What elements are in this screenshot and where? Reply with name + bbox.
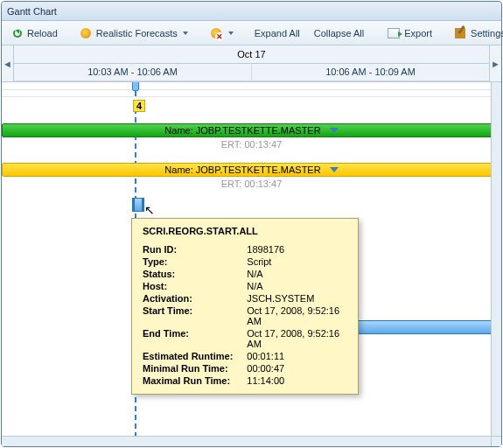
settings-label: Settings: [471, 28, 503, 38]
time-range-1: 10:03 AM - 10:06 AM: [14, 64, 252, 81]
timeline-header: ◄ Oct 17 10:03 AM - 10:06 AM 10:06 AM - …: [2, 46, 501, 82]
gantt-chart-area[interactable]: 4 Name: JOBP.TESTKETTE.MASTER ERT: 00:13…: [2, 82, 501, 446]
gantt-bar-master-yellow[interactable]: Name: JOBP.TESTKETTE.MASTER: [2, 163, 501, 177]
export-icon: [388, 28, 400, 38]
time-handle[interactable]: [132, 82, 139, 91]
tooltip-title: SCRI.REORG.START.ALL: [143, 226, 347, 236]
gantt-task-bar[interactable]: [133, 198, 143, 212]
expand-all-button[interactable]: Expand All: [248, 24, 306, 42]
chevron-down-icon: [228, 32, 234, 35]
window-title: Gantt Chart: [7, 6, 57, 17]
clear-icon: [211, 28, 221, 38]
timeline-hour-row: 10:03 AM - 10:06 AM 10:06 AM - 10:09 AM: [14, 64, 489, 82]
collapse-label: Collapse All: [314, 28, 364, 38]
row-divider: [2, 96, 501, 97]
reload-button[interactable]: Reload: [5, 24, 64, 43]
task-tooltip: SCRI.REORG.START.ALL Run ID:1898176 Type…: [131, 218, 359, 395]
tooltip-row: Start Time:Oct 17, 2008, 9:52:16 AM: [143, 304, 347, 327]
settings-icon: [455, 28, 465, 38]
gantt-window: Gantt Chart Reload Realistic Forecasts E…: [1, 1, 502, 447]
chevron-down-icon: [183, 32, 188, 35]
tooltip-row: End Time:Oct 17, 2008, 9:52:16 AM: [143, 327, 347, 350]
tooltip-row: Minimal Run Time:00:00:47: [143, 362, 347, 374]
clear-button[interactable]: [203, 23, 240, 44]
chevron-down-icon: [330, 167, 339, 172]
chevron-down-icon: [330, 128, 339, 133]
tooltip-row: Estimated Runtime:00:01:11: [143, 350, 347, 362]
tooltip-row: Status:N/A: [143, 268, 347, 280]
bar-label: Name: JOBP.TESTKETTE.MASTER: [164, 164, 320, 175]
row-divider: [2, 89, 501, 90]
titlebar: Gantt Chart: [2, 2, 501, 21]
collapse-all-button[interactable]: Collapse All: [308, 24, 370, 42]
gantt-task-bar-long[interactable]: [334, 320, 501, 334]
reload-label: Reload: [27, 28, 58, 38]
tooltip-row: Activation:JSCH.SYSTEM: [143, 292, 347, 304]
mouse-cursor-icon: ↖: [144, 203, 155, 217]
ert-label: ERT: 00:13:47: [221, 139, 283, 150]
scroll-right-button[interactable]: ►: [489, 46, 501, 81]
scrollbar-corner: [491, 436, 501, 446]
timeline-day-row: Oct 17: [14, 46, 489, 64]
tooltip-row: Type:Script: [143, 256, 347, 268]
tooltip-row: Maximal Run Time:11:14:00: [143, 374, 347, 387]
timeline-scale: Oct 17 10:03 AM - 10:06 AM 10:06 AM - 10…: [14, 46, 489, 81]
bar-label: Name: JOBP.TESTKETTE.MASTER: [164, 125, 320, 136]
time-range-2: 10:06 AM - 10:09 AM: [252, 64, 489, 81]
tooltip-row: Host:N/A: [143, 280, 347, 292]
forecasts-label: Realistic Forecasts: [96, 28, 178, 38]
timeline-day: Oct 17: [237, 49, 265, 60]
toolbar: Reload Realistic Forecasts Expand All Co…: [2, 21, 501, 46]
export-label: Export: [404, 28, 432, 38]
reload-icon: [13, 29, 22, 38]
gantt-bar-master-green[interactable]: Name: JOBP.TESTKETTE.MASTER: [2, 123, 501, 137]
vertical-scrollbar[interactable]: [491, 82, 501, 436]
count-badge: 4: [133, 100, 145, 112]
export-button[interactable]: Export: [381, 23, 438, 44]
settings-button[interactable]: Settings: [447, 23, 503, 44]
tooltip-row: Run ID:1898176: [143, 243, 347, 256]
forecasts-button[interactable]: Realistic Forecasts: [73, 23, 194, 44]
forecast-icon: [80, 28, 91, 38]
horizontal-scrollbar[interactable]: [2, 436, 491, 446]
ert-label: ERT: 00:13:47: [221, 178, 283, 189]
tooltip-table: Run ID:1898176 Type:Script Status:N/A Ho…: [143, 243, 347, 387]
scroll-left-button[interactable]: ◄: [2, 46, 14, 81]
expand-label: Expand All: [255, 28, 300, 38]
